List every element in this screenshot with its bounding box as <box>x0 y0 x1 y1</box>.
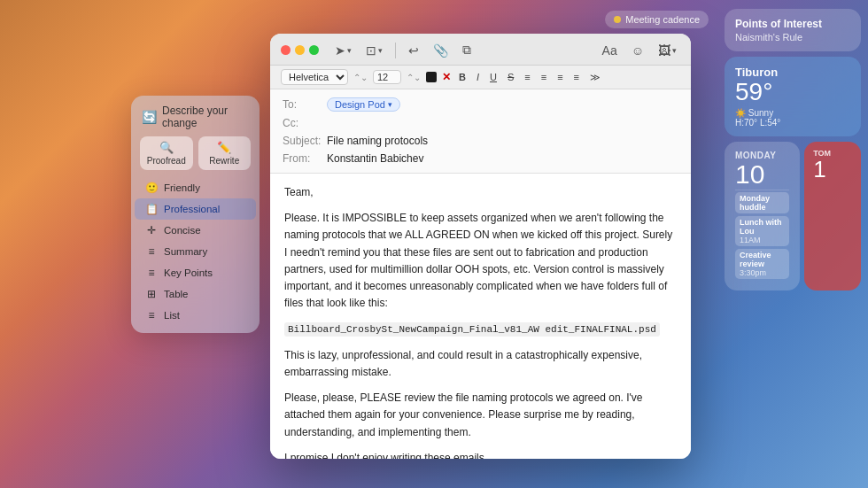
close-button[interactable] <box>281 45 291 55</box>
menu-item-concise[interactable]: ✛ Concise <box>135 220 256 241</box>
underline-button[interactable]: U <box>487 71 500 83</box>
undo-icon: ↩ <box>408 43 419 58</box>
widget-calendar-main: MONDAY 10 Monday huddle Lunch with Lou 1… <box>725 142 800 290</box>
cal2-day: TOM <box>813 149 852 158</box>
calendar-date: 10 <box>735 161 789 188</box>
widgets-panel: Points of Interest Naismith's Rule Tibur… <box>717 0 868 488</box>
email-from: Konstantin Babichev <box>327 152 423 165</box>
to-label: To: <box>283 98 327 111</box>
email-subject: File naming protocols <box>327 135 428 147</box>
menu-item-friendly[interactable]: 🙂 Friendly <box>135 177 256 198</box>
ai-sidebar: 🔄 Describe your change 🔍 Proofread ✏️ Re… <box>131 96 260 333</box>
body-greeting: Team, <box>284 184 677 201</box>
ai-header-icon: 🔄 <box>142 110 157 124</box>
calendar-event-3: Creative review 3:30pm <box>735 249 789 279</box>
email-header: To: Design Pod ▾ Cc: Subject: File namin… <box>270 89 691 174</box>
rewrite-button[interactable]: ✏️ Rewrite <box>198 136 252 170</box>
friendly-icon: 🙂 <box>145 182 158 194</box>
font-selector[interactable]: Helvetica <box>281 69 348 85</box>
to-row: To: Design Pod ▾ <box>283 95 678 114</box>
emoji-icon: ☺ <box>632 43 644 58</box>
emoji-button[interactable]: ☺ <box>628 42 647 59</box>
font-button[interactable]: Aa <box>599 42 621 59</box>
weather-city: Tiburon <box>735 66 850 79</box>
send-button[interactable]: ➤ ▾ <box>331 42 355 59</box>
body-para-4: I promise I don't enjoy writing these em… <box>284 450 677 459</box>
summary-label: Summary <box>164 246 207 257</box>
send-dropdown-icon: ▾ <box>347 46 352 55</box>
email-body[interactable]: Team, Please. It is IMPOSSIBLE to keep a… <box>270 174 691 459</box>
attachment-icon: 📎 <box>433 43 448 58</box>
calendar-divider <box>735 190 789 190</box>
italic-button[interactable]: I <box>474 71 482 83</box>
align-center-button[interactable]: ≡ <box>539 71 549 83</box>
body-para-3: Please, please, PLEASE review the file n… <box>284 390 677 441</box>
text-color-x-icon: ✕ <box>442 71 451 83</box>
from-label: From: <box>283 152 327 165</box>
undo-button[interactable]: ↩ <box>405 42 422 59</box>
compose-button[interactable]: ⊡ ▾ <box>362 42 386 59</box>
menu-item-summary[interactable]: ≡ Summary <box>135 241 256 262</box>
window-button[interactable]: ⧉ <box>459 41 475 59</box>
calendar-event-2: Lunch with Lou 11AM <box>735 216 789 246</box>
event-time-3: 3:30pm <box>740 268 785 277</box>
attachment-button[interactable]: 📎 <box>430 42 452 59</box>
meeting-badge-label: Meeting cadence <box>625 14 700 25</box>
bold-button[interactable]: B <box>456 71 469 83</box>
event-title-2: Lunch with Lou <box>740 218 785 236</box>
align-right-button[interactable]: ≡ <box>554 71 565 83</box>
font-icon: Aa <box>602 43 617 58</box>
toolbar-sep-1 <box>395 43 396 58</box>
key-points-icon: ≡ <box>145 267 158 279</box>
image-button[interactable]: 🖼 ▾ <box>655 42 680 59</box>
key-points-label: Key Points <box>164 267 213 278</box>
more-formatting-button[interactable]: ≫ <box>587 71 603 84</box>
align-left-button[interactable]: ≡ <box>522 71 532 83</box>
maximize-button[interactable] <box>309 45 319 55</box>
minimize-button[interactable] <box>295 45 305 55</box>
send-icon: ➤ <box>335 43 345 58</box>
ai-actions: 🔍 Proofread ✏️ Rewrite <box>131 136 260 177</box>
points-subtitle: Naismith's Rule <box>735 32 850 43</box>
font-size-input[interactable] <box>373 70 401 84</box>
list-label: List <box>164 310 180 321</box>
list-icon: ≡ <box>145 309 158 321</box>
email-window: ➤ ▾ ⊡ ▾ ↩ 📎 ⧉ Aa ☺ 🖼 ▾ Helvetica <box>270 34 691 459</box>
friendly-label: Friendly <box>164 182 200 193</box>
body-para-2: This is lazy, unprofessional, and could … <box>284 347 677 381</box>
to-badge[interactable]: Design Pod ▾ <box>327 97 400 112</box>
meeting-cadence-badge[interactable]: Meeting cadence <box>605 11 709 28</box>
to-address: Design Pod <box>335 99 385 110</box>
menu-item-list[interactable]: ≡ List <box>135 305 256 326</box>
rewrite-label: Rewrite <box>209 156 239 166</box>
proofread-label: Proofread <box>147 156 186 166</box>
formatting-bar: Helvetica ⌃⌄ ⌃⌄ ✕ B I U S ≡ ≡ ≡ ≡ ≫ <box>270 66 691 89</box>
font-size-arrows: ⌃⌄ <box>353 73 368 82</box>
font-size-stepper: ⌃⌄ <box>407 73 421 82</box>
email-toolbar: ➤ ▾ ⊡ ▾ ↩ 📎 ⧉ Aa ☺ 🖼 ▾ <box>270 34 691 66</box>
text-color-button[interactable] <box>426 72 437 82</box>
image-icon: 🖼 <box>658 43 670 58</box>
cc-row: Cc: <box>283 114 678 132</box>
widget-weather: Tiburon 59° ☀️ Sunny H:70° L:54° <box>725 57 861 136</box>
strikethrough-button[interactable]: S <box>505 71 516 83</box>
indent-button[interactable]: ≡ <box>571 71 582 83</box>
professional-icon: 📋 <box>145 203 158 215</box>
cc-label: Cc: <box>283 117 327 129</box>
body-para-1: Please. It is IMPOSSIBLE to keep assets … <box>284 210 677 312</box>
table-icon: ⊞ <box>145 288 158 300</box>
menu-item-table[interactable]: ⊞ Table <box>135 283 256 305</box>
calendars-row: MONDAY 10 Monday huddle Lunch with Lou 1… <box>725 142 861 290</box>
proofread-button[interactable]: 🔍 Proofread <box>140 136 193 170</box>
weather-temp: 59° <box>735 79 850 106</box>
professional-label: Professional <box>164 204 220 214</box>
subject-row: Subject: File naming protocols <box>283 132 678 150</box>
summary-icon: ≡ <box>145 245 158 258</box>
menu-item-professional[interactable]: 📋 Professional <box>135 198 256 220</box>
points-title: Points of Interest <box>735 18 850 30</box>
meeting-dot-icon <box>614 16 621 23</box>
widget-points-of-interest: Points of Interest Naismith's Rule <box>725 9 861 51</box>
body-filename: Billboard_CrosbySt_NewCampaign_Final_v81… <box>284 321 677 338</box>
widget-calendar-secondary: TOM 1 <box>804 142 861 290</box>
menu-item-key-points[interactable]: ≡ Key Points <box>135 262 256 283</box>
